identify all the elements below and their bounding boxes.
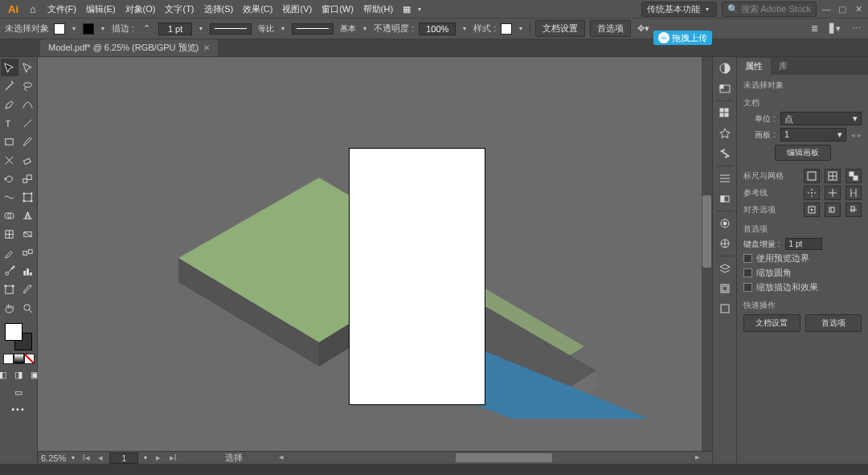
canvas[interactable]: 6.25% ▾ I◂ ◂ 1 ▾ ▸ ▸I 选择 ◂ ▸ (38, 57, 712, 464)
selection-tool[interactable] (1, 59, 18, 76)
stroke-weight-caret[interactable]: ▾ (197, 25, 205, 32)
stroke-swatch[interactable] (83, 23, 94, 35)
guides-visibility-icon[interactable] (804, 186, 820, 200)
swatches-panel-icon[interactable] (717, 80, 733, 96)
v-scroll-thumb[interactable] (702, 195, 711, 268)
artboard[interactable] (349, 148, 485, 405)
toolbar-edit-icon[interactable]: ••• (11, 404, 26, 414)
menu-edit[interactable]: 编辑(E) (81, 0, 121, 18)
workspace-switcher[interactable]: 传统基本功能 ▾ (641, 2, 717, 17)
menu-help[interactable]: 帮助(H) (358, 0, 398, 18)
artboard-caret[interactable]: ▾ (141, 454, 149, 461)
graphic-styles-panel-icon[interactable] (717, 235, 733, 252)
pen-tool[interactable] (1, 96, 18, 113)
stock-search[interactable]: 🔍 搜索 Adobe Stock (722, 2, 817, 17)
menu-file[interactable]: 文件(F) (43, 0, 81, 18)
scale-corners-checkbox[interactable]: 缩放圆角 (743, 267, 862, 279)
artboard-number-input[interactable]: 1 (109, 452, 138, 464)
document-tab[interactable]: Model.pdf* @ 6.25% (RGB/GPU 预览) ✕ (40, 39, 218, 56)
stroke-profile-1[interactable] (210, 23, 252, 35)
last-artboard-icon[interactable]: ▸I (167, 452, 178, 463)
stroke-profile-2[interactable] (292, 23, 334, 35)
menu-window[interactable]: 窗口(W) (317, 0, 358, 18)
draw-behind-icon[interactable]: ◨ (11, 367, 26, 382)
scale-strokes-effects-checkbox[interactable]: 缩放描边和效果 (743, 281, 862, 293)
eraser-tool[interactable] (19, 151, 37, 169)
gradient-mode[interactable] (14, 354, 24, 364)
symbol-sprayer-tool[interactable] (1, 262, 18, 280)
snap-point-icon[interactable] (825, 203, 841, 217)
optbar-menu-icon[interactable]: ⋯ (849, 22, 863, 36)
document-setup-button[interactable]: 文档设置 (535, 20, 585, 37)
h-scroll-thumb[interactable] (456, 453, 552, 462)
h-scroll-right-icon[interactable]: ▸ (692, 452, 703, 462)
maximize-icon[interactable]: ▢ (836, 4, 849, 14)
menu-type[interactable]: 文字(T) (160, 0, 199, 18)
first-artboard-icon[interactable]: I◂ (80, 452, 92, 463)
zoom-caret[interactable]: ▾ (69, 454, 77, 461)
home-icon[interactable]: ⌂ (23, 3, 43, 15)
screen-mode-icon[interactable]: ▭ (11, 385, 26, 399)
appearance-panel-icon[interactable] (717, 215, 733, 231)
color-panel-icon[interactable] (717, 60, 733, 76)
rotate-tool[interactable] (1, 170, 18, 187)
stroke-panel-icon[interactable] (717, 145, 733, 162)
draw-normal-icon[interactable]: ◧ (0, 367, 10, 382)
asset-export-panel-icon[interactable] (717, 280, 733, 297)
ruler-toggle-icon[interactable] (804, 169, 820, 183)
arrange-docs-icon[interactable]: ▋▾ (828, 22, 842, 36)
artboard-tool[interactable] (1, 280, 18, 298)
lasso-tool[interactable] (19, 77, 37, 95)
scale-tool[interactable] (19, 170, 37, 187)
brushes-panel-icon[interactable] (717, 105, 733, 121)
column-graph-tool[interactable] (19, 262, 37, 280)
artboard-select[interactable]: 1▾ (780, 128, 846, 141)
symbols-panel-icon[interactable] (717, 125, 733, 141)
line-tool[interactable] (19, 114, 37, 132)
smart-guides-icon[interactable] (845, 186, 862, 200)
stroke-weight-input[interactable]: 1 pt (158, 23, 192, 35)
slice-tool[interactable] (19, 280, 37, 298)
quick-doc-setup-button[interactable]: 文档设置 (743, 314, 800, 332)
opacity-caret[interactable]: ▾ (461, 25, 469, 32)
direct-selection-tool[interactable] (19, 59, 37, 76)
transparency-grid-icon[interactable] (845, 169, 862, 183)
fill-stroke-control[interactable] (5, 323, 32, 350)
horizontal-scrollbar[interactable]: ◂ ▸ (287, 452, 702, 464)
grid-toggle-icon[interactable] (825, 169, 841, 183)
next-artboard-icon[interactable]: ▸ (153, 452, 164, 463)
shape-builder-tool[interactable] (1, 207, 18, 224)
preferences-button[interactable]: 首选项 (590, 20, 631, 37)
curvature-tool[interactable] (19, 96, 37, 113)
blend-tool[interactable] (19, 244, 37, 261)
rectangle-tool[interactable] (1, 133, 18, 150)
profile2-caret[interactable]: ▾ (361, 25, 369, 32)
transform-panel-icon2[interactable] (717, 190, 733, 207)
opacity-input[interactable]: 100% (419, 23, 456, 35)
menu-object[interactable]: 对象(O) (121, 0, 161, 18)
zoom-level[interactable]: 6.25% (41, 453, 66, 463)
type-tool[interactable]: T (1, 114, 18, 132)
menu-select[interactable]: 选择(S) (199, 0, 239, 18)
artboards-panel-icon[interactable] (717, 301, 733, 317)
gradient-tool[interactable] (19, 225, 37, 243)
minimize-icon[interactable]: — (820, 4, 833, 14)
snap-pixel-icon[interactable] (804, 203, 820, 217)
profile1-caret[interactable]: ▾ (279, 25, 287, 32)
artboard-nav-icons[interactable]: ◂ ▸ (851, 131, 862, 139)
eyedropper-tool[interactable] (1, 244, 18, 261)
fill-caret[interactable]: ▾ (70, 25, 78, 32)
mesh-tool[interactable] (1, 225, 18, 243)
style-caret[interactable]: ▾ (517, 25, 525, 32)
shaper-tool[interactable] (1, 151, 18, 169)
quick-preferences-button[interactable]: 首选项 (805, 314, 862, 332)
transform-panel-icon[interactable]: ✥▾ (636, 22, 650, 36)
h-scroll-left-icon[interactable]: ◂ (276, 452, 287, 462)
color-mode[interactable] (3, 354, 14, 364)
perspective-grid-tool[interactable] (19, 207, 37, 224)
fill-swatch[interactable] (54, 23, 65, 35)
menu-view[interactable]: 视图(V) (277, 0, 317, 18)
zoom-tool[interactable] (19, 299, 37, 317)
none-mode[interactable] (24, 354, 35, 364)
magic-wand-tool[interactable] (1, 77, 18, 95)
